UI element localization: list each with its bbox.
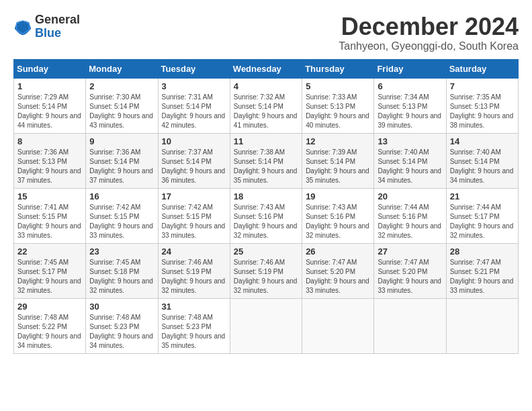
calendar-cell-26: 26 Sunrise: 7:47 AMSunset: 5:20 PMDaylig… xyxy=(302,243,374,298)
calendar-week-1: 8 Sunrise: 7:36 AMSunset: 5:13 PMDayligh… xyxy=(14,133,519,188)
day-info: Sunrise: 7:45 AMSunset: 5:18 PMDaylight:… xyxy=(89,259,153,294)
day-info: Sunrise: 7:48 AMSunset: 5:23 PMDaylight:… xyxy=(162,314,226,349)
day-number: 12 xyxy=(306,136,370,146)
header-row: Sunday Monday Tuesday Wednesday Thursday… xyxy=(14,59,519,78)
calendar-cell-31: 31 Sunrise: 7:48 AMSunset: 5:23 PMDaylig… xyxy=(158,298,230,353)
day-number: 23 xyxy=(89,246,154,257)
day-number: 27 xyxy=(378,246,442,257)
empty-cell xyxy=(302,298,374,353)
location: Tanhyeon, Gyeonggi-do, South Korea xyxy=(339,40,519,52)
day-number: 3 xyxy=(162,81,226,91)
day-info: Sunrise: 7:40 AMSunset: 5:14 PMDaylight:… xyxy=(378,148,441,184)
calendar-cell-27: 27 Sunrise: 7:47 AMSunset: 5:20 PMDaylig… xyxy=(374,243,446,298)
day-info: Sunrise: 7:39 AMSunset: 5:14 PMDaylight:… xyxy=(306,148,369,184)
empty-cell xyxy=(446,298,518,353)
day-info: Sunrise: 7:30 AMSunset: 5:14 PMDaylight:… xyxy=(89,93,153,129)
logo-icon xyxy=(13,17,32,36)
calendar-cell-8: 8 Sunrise: 7:36 AMSunset: 5:13 PMDayligh… xyxy=(14,133,86,188)
page-header: General Blue December 2024 Tanhyeon, Gye… xyxy=(13,13,519,52)
day-info: Sunrise: 7:36 AMSunset: 5:14 PMDaylight:… xyxy=(89,148,153,184)
day-info: Sunrise: 7:32 AMSunset: 5:14 PMDaylight:… xyxy=(234,93,298,129)
logo-line2: Blue xyxy=(35,27,80,40)
day-info: Sunrise: 7:47 AMSunset: 5:20 PMDaylight:… xyxy=(378,259,441,294)
day-number: 10 xyxy=(162,136,226,146)
empty-cell xyxy=(230,298,302,353)
day-number: 5 xyxy=(306,81,370,91)
day-info: Sunrise: 7:43 AMSunset: 5:16 PMDaylight:… xyxy=(306,203,369,239)
month-title: December 2024 xyxy=(339,13,519,40)
day-number: 21 xyxy=(450,191,515,201)
calendar-cell-11: 11 Sunrise: 7:38 AMSunset: 5:14 PMDaylig… xyxy=(230,133,302,188)
day-info: Sunrise: 7:48 AMSunset: 5:23 PMDaylight:… xyxy=(89,314,153,349)
calendar-cell-10: 10 Sunrise: 7:37 AMSunset: 5:14 PMDaylig… xyxy=(158,133,230,188)
day-info: Sunrise: 7:38 AMSunset: 5:14 PMDaylight:… xyxy=(234,148,298,184)
day-info: Sunrise: 7:45 AMSunset: 5:17 PMDaylight:… xyxy=(17,259,81,294)
day-number: 9 xyxy=(89,136,154,146)
day-info: Sunrise: 7:29 AMSunset: 5:14 PMDaylight:… xyxy=(17,93,81,129)
calendar-cell-28: 28 Sunrise: 7:47 AMSunset: 5:21 PMDaylig… xyxy=(446,243,518,298)
calendar-week-4: 29 Sunrise: 7:48 AMSunset: 5:22 PMDaylig… xyxy=(14,298,519,353)
calendar-cell-12: 12 Sunrise: 7:39 AMSunset: 5:14 PMDaylig… xyxy=(302,133,374,188)
day-number: 2 xyxy=(89,81,154,91)
day-info: Sunrise: 7:42 AMSunset: 5:15 PMDaylight:… xyxy=(89,203,153,239)
calendar-cell-9: 9 Sunrise: 7:36 AMSunset: 5:14 PMDayligh… xyxy=(86,133,158,188)
calendar-cell-1: 1 Sunrise: 7:29 AMSunset: 5:14 PMDayligh… xyxy=(14,78,86,133)
header-tuesday: Tuesday xyxy=(158,59,230,78)
calendar-table: Sunday Monday Tuesday Wednesday Thursday… xyxy=(13,59,519,354)
calendar-cell-6: 6 Sunrise: 7:34 AMSunset: 5:13 PMDayligh… xyxy=(374,78,446,133)
calendar-cell-17: 17 Sunrise: 7:42 AMSunset: 5:15 PMDaylig… xyxy=(158,188,230,243)
day-number: 15 xyxy=(17,191,82,201)
day-info: Sunrise: 7:34 AMSunset: 5:13 PMDaylight:… xyxy=(378,93,441,129)
day-number: 11 xyxy=(234,136,298,146)
day-info: Sunrise: 7:33 AMSunset: 5:13 PMDaylight:… xyxy=(306,93,369,129)
calendar-cell-15: 15 Sunrise: 7:41 AMSunset: 5:15 PMDaylig… xyxy=(14,188,86,243)
calendar-cell-22: 22 Sunrise: 7:45 AMSunset: 5:17 PMDaylig… xyxy=(14,243,86,298)
day-number: 16 xyxy=(89,191,154,201)
day-info: Sunrise: 7:40 AMSunset: 5:14 PMDaylight:… xyxy=(450,148,514,184)
logo-line1: General xyxy=(35,13,80,27)
calendar-cell-3: 3 Sunrise: 7:31 AMSunset: 5:14 PMDayligh… xyxy=(158,78,230,133)
day-info: Sunrise: 7:47 AMSunset: 5:20 PMDaylight:… xyxy=(306,259,369,294)
title-section: December 2024 Tanhyeon, Gyeonggi-do, Sou… xyxy=(339,13,519,52)
calendar-cell-30: 30 Sunrise: 7:48 AMSunset: 5:23 PMDaylig… xyxy=(86,298,158,353)
day-info: Sunrise: 7:36 AMSunset: 5:13 PMDaylight:… xyxy=(17,148,81,184)
header-friday: Friday xyxy=(374,59,446,78)
day-number: 20 xyxy=(378,191,442,201)
calendar-cell-29: 29 Sunrise: 7:48 AMSunset: 5:22 PMDaylig… xyxy=(14,298,86,353)
day-info: Sunrise: 7:46 AMSunset: 5:19 PMDaylight:… xyxy=(162,259,226,294)
day-number: 25 xyxy=(234,246,298,257)
day-number: 29 xyxy=(17,302,82,312)
day-number: 30 xyxy=(89,302,154,312)
calendar-cell-20: 20 Sunrise: 7:44 AMSunset: 5:16 PMDaylig… xyxy=(374,188,446,243)
day-info: Sunrise: 7:37 AMSunset: 5:14 PMDaylight:… xyxy=(162,148,226,184)
day-number: 7 xyxy=(450,81,515,91)
day-number: 13 xyxy=(378,136,442,146)
day-number: 28 xyxy=(450,246,515,257)
calendar-week-2: 15 Sunrise: 7:41 AMSunset: 5:15 PMDaylig… xyxy=(14,188,519,243)
day-info: Sunrise: 7:44 AMSunset: 5:16 PMDaylight:… xyxy=(378,203,441,239)
calendar-week-3: 22 Sunrise: 7:45 AMSunset: 5:17 PMDaylig… xyxy=(14,243,519,298)
day-number: 26 xyxy=(306,246,370,257)
empty-cell xyxy=(374,298,446,353)
header-monday: Monday xyxy=(86,59,158,78)
day-number: 1 xyxy=(17,81,82,91)
day-number: 6 xyxy=(378,81,442,91)
day-number: 31 xyxy=(162,302,226,312)
day-number: 22 xyxy=(17,246,82,257)
calendar-cell-2: 2 Sunrise: 7:30 AMSunset: 5:14 PMDayligh… xyxy=(86,78,158,133)
calendar-cell-24: 24 Sunrise: 7:46 AMSunset: 5:19 PMDaylig… xyxy=(158,243,230,298)
day-number: 17 xyxy=(162,191,226,201)
calendar-week-0: 1 Sunrise: 7:29 AMSunset: 5:14 PMDayligh… xyxy=(14,78,519,133)
calendar-cell-14: 14 Sunrise: 7:40 AMSunset: 5:14 PMDaylig… xyxy=(446,133,518,188)
calendar-cell-5: 5 Sunrise: 7:33 AMSunset: 5:13 PMDayligh… xyxy=(302,78,374,133)
header-thursday: Thursday xyxy=(302,59,374,78)
calendar-cell-13: 13 Sunrise: 7:40 AMSunset: 5:14 PMDaylig… xyxy=(374,133,446,188)
calendar-cell-25: 25 Sunrise: 7:46 AMSunset: 5:19 PMDaylig… xyxy=(230,243,302,298)
calendar-cell-19: 19 Sunrise: 7:43 AMSunset: 5:16 PMDaylig… xyxy=(302,188,374,243)
day-number: 24 xyxy=(162,246,226,257)
calendar-cell-16: 16 Sunrise: 7:42 AMSunset: 5:15 PMDaylig… xyxy=(86,188,158,243)
logo: General Blue xyxy=(13,13,80,40)
calendar-cell-21: 21 Sunrise: 7:44 AMSunset: 5:17 PMDaylig… xyxy=(446,188,518,243)
day-number: 8 xyxy=(17,136,82,146)
day-info: Sunrise: 7:41 AMSunset: 5:15 PMDaylight:… xyxy=(17,203,81,239)
